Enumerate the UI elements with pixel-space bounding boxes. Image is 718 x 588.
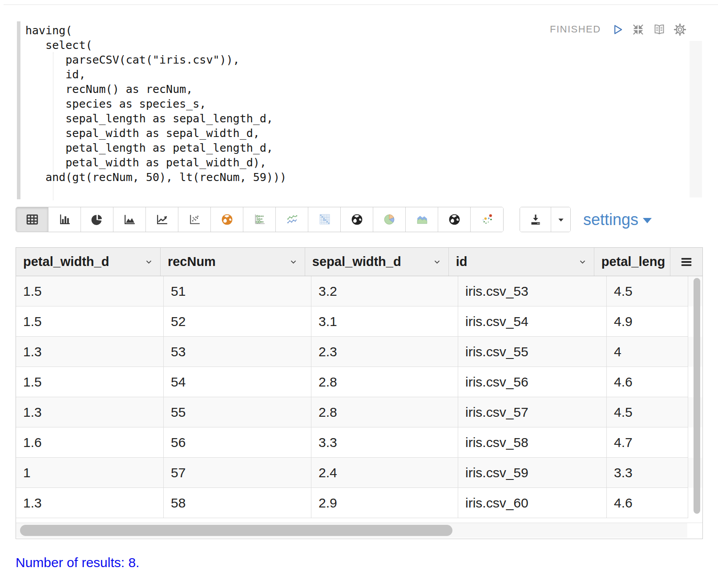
run-button[interactable] — [610, 22, 625, 36]
table-cell: 4.5 — [607, 276, 688, 306]
chevron-down-icon[interactable] — [144, 257, 154, 267]
reader-button[interactable] — [652, 22, 666, 36]
globe-chart-2-button[interactable] — [438, 207, 471, 232]
download-button[interactable] — [520, 207, 551, 232]
download-icon — [528, 213, 543, 227]
paragraph-controls: FINISHED — [550, 22, 687, 36]
settings-caret-icon — [643, 218, 652, 223]
scatter-chart-icon — [187, 212, 202, 227]
column-header-petal_leng[interactable]: petal_leng — [594, 248, 670, 276]
table-cell: 2.8 — [311, 397, 458, 427]
line-chart-icon — [155, 212, 169, 227]
table-cell: 1.5 — [16, 306, 164, 337]
table-row: 1.3552.8iris.csv_574.5 — [16, 397, 702, 427]
table-row: 1.6563.3iris.csv_584.7 — [16, 427, 702, 458]
heatmap-icon — [317, 212, 332, 227]
heatmap-chart-button[interactable] — [308, 207, 341, 232]
table-cell: iris.csv_57 — [458, 397, 607, 427]
column-menu-cell[interactable] — [670, 248, 702, 276]
download-group — [520, 207, 571, 232]
table-row: 1.5523.1iris.csv_544.9 — [16, 306, 702, 337]
table-cell: 58 — [164, 488, 311, 518]
column-header-id[interactable]: id — [449, 248, 594, 276]
table-cell: 4.7 — [607, 427, 688, 458]
table-cell: 1.3 — [16, 397, 164, 427]
scrollbar-corner — [687, 523, 702, 538]
horizontal-scrollbar-thumb[interactable] — [20, 525, 452, 536]
table-cell: 4.9 — [607, 306, 688, 337]
table-row: 1.5542.8iris.csv_564.6 — [16, 367, 702, 397]
table-cell: iris.csv_56 — [458, 367, 607, 397]
table-cell: 57 — [164, 458, 311, 488]
download-options-button[interactable] — [551, 207, 570, 232]
table-cell: 2.9 — [311, 488, 458, 518]
area-chart-button[interactable] — [113, 207, 146, 232]
table-cell: 4.6 — [607, 488, 688, 518]
collapse-button[interactable] — [631, 22, 645, 36]
table-cell: 3.1 — [311, 306, 458, 337]
column-header-petal_width_d[interactable]: petal_width_d — [16, 248, 161, 276]
table-cell: 53 — [164, 337, 311, 367]
scatter-chart-button[interactable] — [178, 207, 211, 232]
paragraph-top-border — [4, 4, 718, 5]
table-cell: 52 — [164, 306, 311, 337]
chevron-down-icon[interactable] — [577, 257, 588, 267]
globe-chart-button[interactable] — [341, 207, 373, 232]
code-editor[interactable]: having( select( parseCSV(cat("iris.csv")… — [17, 21, 702, 200]
code-content[interactable]: having( select( parseCSV(cat("iris.csv")… — [25, 23, 286, 185]
horizontal-scrollbar-track[interactable] — [16, 523, 702, 538]
column-label: sepal_width_d — [312, 254, 401, 269]
table-cell: iris.csv_54 — [458, 306, 607, 337]
table-cell: 1.3 — [16, 337, 164, 367]
status-badge: FINISHED — [550, 24, 601, 35]
table-cell: iris.csv_59 — [458, 458, 607, 488]
table-cell: iris.csv_55 — [458, 337, 607, 367]
area-chart-alt-button[interactable] — [406, 207, 438, 232]
globe-dark-icon — [350, 212, 364, 227]
caret-down-icon — [555, 214, 567, 226]
area-pastel-icon — [415, 212, 429, 227]
settings-link[interactable]: settings — [583, 207, 652, 232]
bar-chart-button[interactable] — [48, 207, 81, 232]
editor-gutter — [17, 21, 20, 199]
column-header-recNum[interactable]: recNum — [161, 248, 305, 276]
table-cell: 3.3 — [311, 427, 458, 458]
table-cell: 1 — [16, 458, 164, 488]
pie-chart-alt-button[interactable] — [373, 207, 406, 232]
column-label: recNum — [168, 254, 216, 269]
table-cell: 56 — [164, 427, 311, 458]
table-row: 1.3582.9iris.csv_604.6 — [16, 488, 702, 518]
column-header-sepal_width_d[interactable]: sepal_width_d — [305, 248, 449, 276]
table-cell: 3.2 — [311, 276, 458, 306]
chevron-down-icon[interactable] — [432, 257, 442, 267]
bubble-chart-button[interactable] — [243, 207, 276, 232]
table-row: 1572.4iris.csv_593.3 — [16, 458, 702, 488]
chevron-down-icon[interactable] — [288, 257, 298, 267]
table-row: 1.3532.3iris.csv_554 — [16, 337, 702, 367]
table-cell: 2.8 — [311, 367, 458, 397]
globe-orange-icon — [220, 212, 234, 227]
table-cell: 55 — [164, 397, 311, 427]
table-cell: 51 — [164, 276, 311, 306]
result-toolbar: settings — [16, 207, 652, 232]
gear-icon — [673, 23, 687, 36]
column-label: petal_leng — [601, 254, 665, 269]
pie-chart-button[interactable] — [81, 207, 113, 232]
table-cell: iris.csv_53 — [458, 276, 607, 306]
multi-line-chart-button[interactable] — [276, 207, 308, 232]
table-cell: 4 — [607, 337, 688, 367]
scatter-chart-alt-button[interactable] — [471, 207, 503, 232]
table-view-button[interactable] — [16, 207, 48, 232]
reader-icon — [652, 22, 666, 36]
table-header-row: petal_width_drecNumsepal_width_didpetal_… — [16, 248, 702, 276]
table-cell: 54 — [164, 367, 311, 397]
vertical-scrollbar-thumb[interactable] — [694, 278, 700, 514]
line-chart-button[interactable] — [146, 207, 178, 232]
bubble-chart-icon — [252, 212, 267, 227]
table-body: 1.5513.2iris.csv_534.51.5523.1iris.csv_5… — [16, 276, 702, 518]
settings-gear-button[interactable] — [673, 22, 687, 36]
results-table: petal_width_drecNumsepal_width_didpetal_… — [16, 247, 703, 539]
editor-scrollbar-track[interactable] — [690, 41, 702, 197]
map-chart-button[interactable] — [211, 207, 243, 232]
area-chart-icon — [122, 212, 137, 227]
